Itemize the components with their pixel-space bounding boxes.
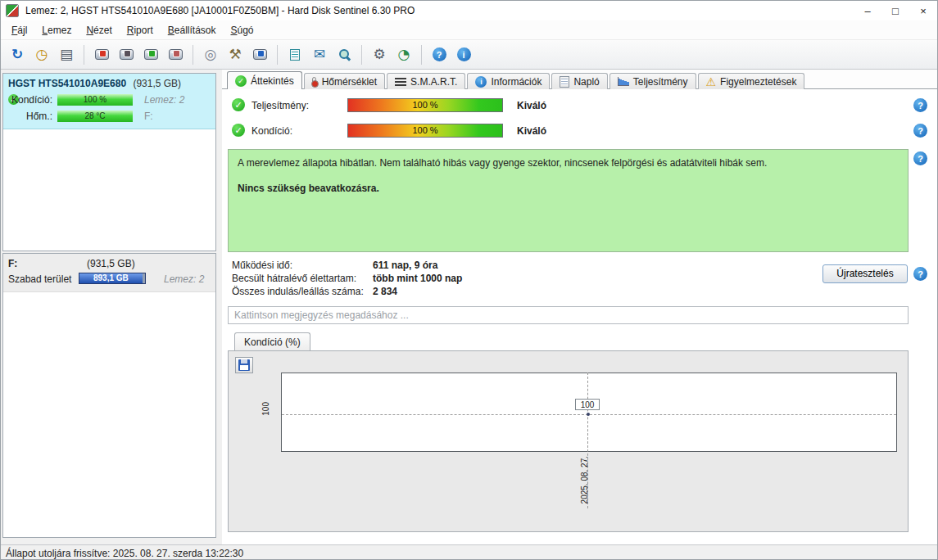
stat-value: 2 834	[373, 286, 397, 297]
disk-test-stop-button[interactable]	[115, 43, 138, 66]
performance-label: Teljesítmény:	[251, 100, 309, 111]
retest-button[interactable]: Újratesztelés	[822, 264, 908, 283]
tab-label: Információk	[491, 76, 542, 88]
condition-value: 100 %	[84, 95, 106, 104]
toolbar-separator	[277, 45, 278, 65]
dark-badge	[124, 50, 131, 57]
disk-tools-button[interactable]: ⚒	[224, 43, 247, 66]
save-chart-button[interactable]	[235, 357, 253, 373]
report-button[interactable]	[283, 43, 306, 66]
disk-condition-row: ✓ Kondíció: 100 % Lemez: 2	[7, 93, 212, 109]
toolbar-separator	[193, 45, 193, 65]
report-icon	[290, 49, 300, 61]
disk-number-label: Lemez: 2	[144, 94, 184, 106]
tab-alerts[interactable]: ⚠ Figyelmeztetések	[698, 73, 805, 89]
surface-icon: ▤	[60, 47, 73, 61]
tab-label: Teljesítmény	[633, 76, 688, 88]
partition-free-row: Szabad terület 893,1 GB Lemez: 2	[7, 272, 212, 287]
red-badge	[99, 50, 106, 57]
help-button[interactable]: ?	[428, 43, 451, 66]
menubar: Fájl Lemez Nézet Riport Beállítások Súgó	[1, 20, 937, 40]
menu-help[interactable]: Súgó	[223, 22, 261, 38]
condition-label: Kondíció:	[7, 94, 52, 106]
tab-overview[interactable]: ✓ Áttekintés	[227, 71, 302, 89]
disk-eject-button[interactable]	[248, 43, 271, 66]
y-axis-tick-label: 100	[261, 402, 270, 416]
temp-label: Hőm.:	[7, 111, 52, 122]
scheduler-button[interactable]: ◷	[30, 43, 53, 66]
sidebar: HGST HTS541010A9E680 (931,5 GB) ✓ Kondíc…	[1, 70, 220, 544]
hard-disk-sentinel-window: Lemez: 2, HGST HTS541010A9E680 [JA10001F…	[0, 0, 938, 560]
disk-test-start-icon	[95, 49, 109, 60]
help-icon[interactable]: ?	[913, 124, 927, 138]
info-button[interactable]: i	[452, 43, 475, 66]
stat-row: Becsült hátralévő élettartam:több mint 1…	[232, 272, 462, 285]
help-icon[interactable]: ?	[913, 267, 927, 281]
performance-ok-icon: ✓	[232, 98, 245, 111]
cdrom-button[interactable]: ◎	[199, 43, 222, 66]
chart-point	[587, 413, 590, 416]
menu-disk[interactable]: Lemez	[34, 22, 79, 38]
comment-input[interactable]	[228, 306, 909, 324]
window-title: Lemez: 2, HGST HTS541010A9E680 [JA10001F…	[25, 5, 415, 16]
condition-bar: 100 %	[57, 94, 133, 106]
disk-offline-button[interactable]	[164, 43, 187, 66]
close-button[interactable]: ×	[909, 1, 937, 20]
stat-label: Működési idő:	[232, 259, 373, 272]
status-text: Állapot utoljára frissítve: 2025. 08. 27…	[6, 548, 243, 559]
condition-bar: 100 %	[347, 124, 503, 138]
disk-test-ok-icon	[144, 49, 158, 60]
performance-value: 100 %	[412, 100, 437, 110]
network-search-button[interactable]	[333, 43, 356, 66]
statusbar: Állapot utoljára frissítve: 2025. 08. 27…	[1, 544, 937, 560]
settings-button[interactable]: ⚙	[368, 43, 391, 66]
toolbar-separator	[421, 45, 422, 65]
tab-smart[interactable]: S.M.A.R.T.	[387, 73, 465, 89]
info-icon: i	[457, 47, 471, 61]
chart-point-label: 100	[575, 399, 600, 410]
x-axis-date-label: 2025. 08. 27.	[580, 456, 589, 504]
disk-test-start-button[interactable]	[90, 43, 113, 66]
green-badge	[148, 50, 156, 57]
condition-chart-tab[interactable]: Kondíció (%)	[234, 332, 310, 350]
condition-chart-panel: 100 100 2025. 08. 27.	[228, 350, 909, 532]
magnifier-icon	[338, 48, 351, 61]
menu-report[interactable]: Riport	[120, 22, 161, 38]
chart-icon	[618, 77, 629, 86]
check-circle-icon: ✓	[235, 75, 247, 87]
email-icon: ✉	[314, 47, 325, 61]
maximize-button[interactable]: □	[881, 1, 909, 20]
stat-label: Becsült hátralévő élettartam:	[232, 272, 373, 285]
clock-icon: ◷	[36, 47, 48, 61]
disk-test-ok-button[interactable]	[139, 43, 162, 66]
menu-file[interactable]: Fájl	[4, 22, 34, 38]
tab-log[interactable]: Napló	[551, 73, 607, 89]
tools-icon: ⚒	[229, 47, 241, 61]
condition-value: 100 %	[412, 125, 437, 135]
partition-entry[interactable]: F: (931,5 GB) Szabad terület 893,1 GB Le…	[3, 254, 215, 292]
smart-bars-icon	[395, 78, 406, 86]
menu-view[interactable]: Nézet	[79, 22, 119, 38]
tab-information[interactable]: i Információk	[467, 73, 550, 89]
refresh-button[interactable]: ↻	[6, 43, 29, 66]
email-report-button[interactable]: ✉	[308, 43, 331, 66]
stats-grid: Működési idő:611 nap, 9 óra Becsült hátr…	[232, 259, 462, 298]
maroon-badge	[173, 50, 180, 57]
minimize-button[interactable]: –	[854, 1, 881, 20]
disk-entry-selected[interactable]: HGST HTS541010A9E680 (931,5 GB) ✓ Kondíc…	[3, 74, 215, 129]
tab-label: Hőmérséklet	[322, 76, 377, 88]
tab-label: Áttekintés	[251, 75, 294, 87]
temp-bar: 28 °C	[57, 111, 133, 122]
surface-test-button[interactable]: ▤	[55, 43, 78, 66]
gauge-button[interactable]: ◔	[392, 43, 415, 66]
free-space-bar: 893,1 GB	[79, 273, 146, 284]
help-icon[interactable]: ?	[913, 98, 927, 112]
tab-temperature[interactable]: Hőmérséklet	[304, 73, 385, 89]
toolbar-separator	[84, 45, 84, 65]
menu-settings[interactable]: Beállítások	[161, 22, 224, 38]
stat-value: több mint 1000 nap	[373, 273, 462, 284]
tab-performance[interactable]: Teljesítmény	[609, 73, 696, 89]
help-icon[interactable]: ?	[913, 151, 927, 165]
help-icon: ?	[433, 47, 446, 61]
partition-size: (931,5 GB)	[87, 258, 135, 269]
